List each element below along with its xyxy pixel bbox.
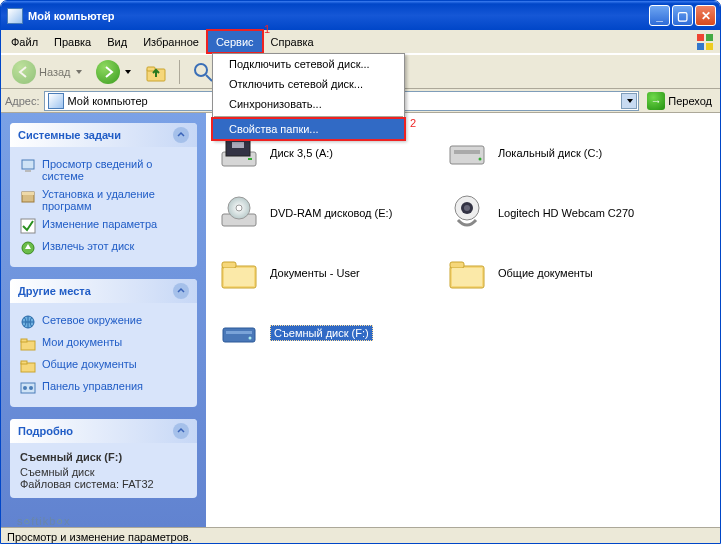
panel-header[interactable]: Другие места — [10, 279, 197, 303]
details-item-name: Съемный диск (F:) — [20, 451, 187, 463]
address-text: Мой компьютер — [68, 95, 148, 107]
menu-item-folder-options[interactable]: Свойства папки... — [213, 119, 404, 139]
svg-rect-8 — [22, 160, 34, 169]
svg-rect-1 — [706, 34, 713, 41]
search-icon — [192, 61, 214, 83]
svg-point-28 — [479, 158, 482, 161]
back-label: Назад — [39, 66, 71, 78]
svg-rect-16 — [21, 339, 27, 342]
panel-details: Подробно Съемный диск (F:) Съемный диск … — [10, 419, 197, 498]
menu-item-map-network-drive[interactable]: Подключить сетевой диск... — [213, 54, 404, 74]
back-icon — [12, 60, 36, 84]
details-item-type: Съемный диск — [20, 466, 187, 478]
item-label: Диск 3,5 (A:) — [270, 147, 333, 159]
menu-item-disconnect-network-drive[interactable]: Отключить сетевой диск... — [213, 74, 404, 94]
title-bar[interactable]: Мой компьютер _ ▢ ✕ — [1, 1, 720, 30]
status-bar: Просмотр и изменение параметров. — [1, 527, 720, 544]
link-control-panel[interactable]: Панель управления — [20, 377, 187, 399]
svg-rect-42 — [226, 331, 252, 334]
svg-point-20 — [23, 386, 27, 390]
item-label: Документы - User — [270, 267, 360, 279]
file-list-view[interactable]: Диск 3,5 (A:) Локальный диск (C:) DVD-RA… — [206, 113, 720, 527]
close-button[interactable]: ✕ — [695, 5, 716, 26]
dvd-drive-icon — [218, 192, 260, 234]
svg-rect-0 — [697, 34, 704, 41]
svg-rect-27 — [454, 150, 480, 154]
svg-point-43 — [249, 337, 252, 340]
panel-title: Подробно — [18, 425, 73, 437]
menu-file[interactable]: Файл — [3, 30, 46, 53]
maximize-button[interactable]: ▢ — [672, 5, 693, 26]
link-my-documents[interactable]: Мои документы — [20, 333, 187, 355]
svg-rect-5 — [147, 67, 155, 71]
details-filesystem: Файловая система: FAT32 — [20, 478, 187, 490]
forward-icon — [96, 60, 120, 84]
address-dropdown-button[interactable] — [621, 93, 637, 109]
svg-rect-9 — [25, 170, 31, 172]
minimize-button[interactable]: _ — [649, 5, 670, 26]
folder-icon — [446, 252, 488, 294]
folder-documents-user[interactable]: Документы - User — [216, 243, 426, 303]
item-label: Съемный диск (F:) — [270, 325, 373, 341]
link-shared-documents[interactable]: Общие документы — [20, 355, 187, 377]
menu-item-synchronize[interactable]: Синхронизовать... — [213, 94, 404, 114]
svg-rect-39 — [450, 262, 464, 268]
item-label: Общие документы — [498, 267, 593, 279]
back-button[interactable]: Назад — [7, 58, 87, 86]
address-label: Адрес: — [5, 95, 40, 107]
link-network-places[interactable]: Сетевое окружение — [20, 311, 187, 333]
panel-other-places: Другие места Сетевое окружение Мои докум… — [10, 279, 197, 407]
annotation-2: 2 — [410, 117, 416, 129]
menu-bar: Файл Правка Вид Избранное Сервис Справка — [1, 30, 720, 54]
go-label: Переход — [668, 95, 712, 107]
my-computer-icon — [48, 93, 64, 109]
task-add-remove-programs[interactable]: Установка и удаление программ — [20, 185, 187, 215]
panel-header[interactable]: Системные задачи — [10, 123, 197, 147]
explorer-window: Мой компьютер _ ▢ ✕ Файл Правка Вид Избр… — [0, 0, 721, 544]
collapse-icon — [173, 423, 189, 439]
menu-help[interactable]: Справка — [263, 30, 322, 53]
task-view-system-info[interactable]: Просмотр сведений о системе — [20, 155, 187, 185]
globe-icon — [20, 314, 36, 330]
control-panel-icon — [20, 380, 36, 396]
panel-system-tasks: Системные задачи Просмотр сведений о сис… — [10, 123, 197, 267]
webcam-icon — [446, 192, 488, 234]
checkmark-icon — [20, 218, 36, 234]
menu-edit[interactable]: Правка — [46, 30, 99, 53]
chevron-down-icon — [627, 99, 633, 103]
windows-flag-icon — [696, 33, 714, 51]
task-change-setting[interactable]: Изменение параметра — [20, 215, 187, 237]
computer-icon — [20, 158, 36, 174]
svg-rect-36 — [222, 262, 236, 268]
package-icon — [20, 188, 36, 204]
task-eject-disk[interactable]: Извлечь этот диск — [20, 237, 187, 259]
menu-tools[interactable]: Сервис — [207, 30, 263, 53]
svg-point-6 — [195, 64, 207, 76]
forward-button[interactable] — [91, 58, 136, 86]
my-computer-icon — [7, 8, 23, 24]
svg-rect-11 — [22, 192, 34, 195]
up-button[interactable] — [140, 59, 172, 85]
panel-header[interactable]: Подробно — [10, 419, 197, 443]
folder-shared-documents[interactable]: Общие документы — [444, 243, 654, 303]
chevron-down-icon — [125, 70, 131, 74]
go-button[interactable]: → Переход — [643, 92, 716, 110]
panel-title: Системные задачи — [18, 129, 121, 141]
menu-favorites[interactable]: Избранное — [135, 30, 207, 53]
drive-local-c[interactable]: Локальный диск (C:) — [444, 123, 654, 183]
device-webcam[interactable]: Logitech HD Webcam C270 — [444, 183, 654, 243]
annotation-1: 1 — [264, 23, 270, 35]
folder-icon — [20, 336, 36, 352]
svg-line-7 — [206, 75, 212, 81]
svg-rect-18 — [21, 361, 27, 364]
svg-rect-24 — [232, 142, 244, 148]
removable-drive-icon — [218, 312, 260, 354]
drive-dvd[interactable]: DVD-RAM дисковод (E:) — [216, 183, 426, 243]
drive-removable-f[interactable]: Съемный диск (F:) — [216, 303, 426, 363]
status-text: Просмотр и изменение параметров. — [7, 531, 192, 543]
go-icon: → — [647, 92, 665, 110]
collapse-icon — [173, 127, 189, 143]
collapse-icon — [173, 283, 189, 299]
menu-view[interactable]: Вид — [99, 30, 135, 53]
folder-icon — [218, 252, 260, 294]
